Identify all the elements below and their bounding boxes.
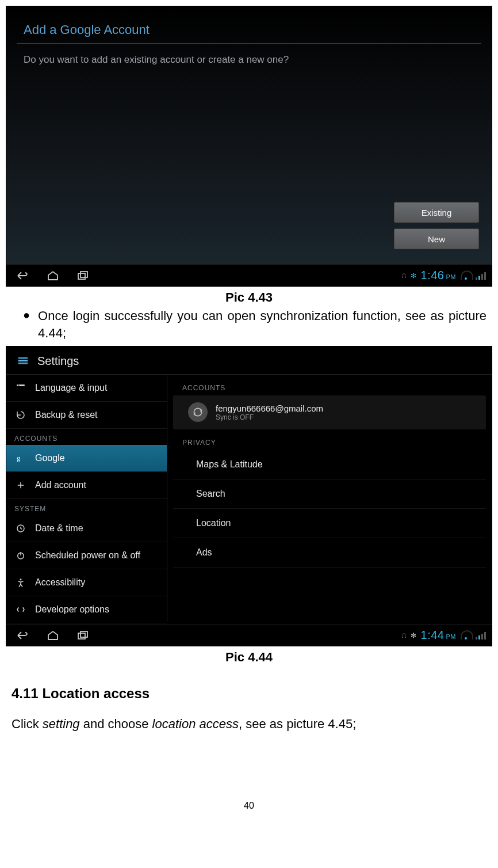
clock-time: 1:46 [421,269,445,282]
nav-back-icon[interactable] [16,270,30,281]
sidebar-item-accessibility[interactable]: Accessibility [6,569,167,596]
svg-rect-11 [78,633,85,639]
nav-recent-icon[interactable] [75,270,90,281]
svg-rect-2 [18,357,28,359]
svg-text:g: g [17,454,20,462]
account-row[interactable]: fengyun666666@gmail.com Sync is OFF [173,395,486,429]
sidebar-item-google[interactable]: g Google [6,445,167,472]
android-navbar: ⎍ ✻ 1:44 PM [6,624,492,646]
status-clock: 1:46 PM [421,269,456,282]
page-number: 40 [6,801,492,811]
sidebar-label: Accessibility [35,577,85,588]
svg-rect-3 [18,360,28,362]
wifi-icon [461,631,471,639]
sync-icon [188,402,208,422]
settings-icon [14,353,32,368]
sidebar-label: Backup & reset [35,410,98,420]
usb-icon: ⎍ [402,631,406,639]
screenshot-add-google-account: Add a Google Account Do you want to add … [6,6,492,287]
signal-icon [476,272,486,280]
section-heading: 4.11 Location access [12,686,486,702]
para-text: , see as picture 4.45; [239,717,356,731]
clock-time: 1:44 [421,629,445,642]
bullet-paragraph: ● Once login successfully you can open s… [23,307,486,341]
right-category-accounts: ACCOUNTS [167,375,492,395]
plus-icon [14,479,27,492]
google-icon: g [14,452,27,465]
para-italic: location access [152,717,239,731]
dialog-title: Add a Google Account [6,6,492,41]
sidebar-item-backup[interactable]: Backup & reset [6,402,167,429]
sidebar-category-system: SYSTEM [6,499,167,515]
account-email: fengyun666666@gmail.com [216,403,323,413]
settings-header: Settings [6,347,492,374]
status-clock: 1:44 PM [421,629,456,642]
wifi-icon [461,272,471,280]
para-italic: setting [43,717,80,731]
nav-recent-icon[interactable] [75,630,90,641]
clock-icon [14,522,27,535]
body-paragraph: Click setting and choose location access… [12,717,486,732]
caption-pic-4-44: Pic 4.44 [6,650,492,665]
account-sync-status: Sync is OFF [216,413,323,421]
nav-home-icon[interactable] [45,630,60,641]
svg-rect-12 [81,631,87,637]
dialog-prompt: Do you want to add an existing account o… [6,44,492,66]
sidebar-item-language[interactable]: A Language & input [6,375,167,402]
sidebar-item-add-account[interactable]: Add account [6,472,167,499]
clock-ampm: PM [446,633,457,640]
privacy-item-location[interactable]: Location [173,509,486,538]
sidebar-label: Add account [35,480,86,490]
svg-point-10 [20,579,22,581]
sidebar-label: Scheduled power on & off [35,550,140,561]
developer-icon [14,603,27,616]
usb-icon: ⎍ [402,272,406,280]
sidebar-item-datetime[interactable]: Date & time [6,515,167,542]
right-category-privacy: PRIVACY [167,429,492,450]
sidebar-item-scheduled-power[interactable]: Scheduled power on & off [6,542,167,569]
debug-icon: ✻ [411,631,416,639]
settings-title: Settings [37,355,79,368]
settings-left-panel: A Language & input Backup & reset ACCOUN… [6,375,167,622]
privacy-item-ads[interactable]: Ads [173,538,486,568]
caption-pic-4-43: Pic 4.43 [6,290,492,305]
screenshot-settings-google: Settings A Language & input Backup & res… [6,346,492,646]
sidebar-label: Date & time [35,523,83,534]
nav-home-icon[interactable] [45,270,60,281]
para-text: Click [12,717,43,731]
privacy-item-maps[interactable]: Maps & Latitude [173,450,486,479]
debug-icon: ✻ [411,272,416,280]
settings-right-panel: ACCOUNTS fengyun666666@gmail.com Sync is… [167,375,492,622]
svg-rect-4 [18,363,28,364]
power-icon [14,549,27,562]
backup-icon [14,409,27,421]
new-button[interactable]: New [394,229,479,249]
sidebar-label: Language & input [35,383,107,393]
svg-rect-0 [78,273,85,279]
sidebar-category-accounts: ACCOUNTS [6,429,167,445]
svg-rect-1 [81,272,87,277]
clock-ampm: PM [446,273,457,280]
bullet-icon: ● [23,307,30,341]
existing-button[interactable]: Existing [394,202,479,223]
privacy-item-search[interactable]: Search [173,479,486,509]
bullet-text: Once login successfully you can open syn… [38,307,486,341]
svg-text:A: A [18,384,20,387]
signal-icon [476,631,486,639]
sidebar-label: Developer options [35,604,109,615]
language-icon: A [14,382,27,394]
android-navbar: ⎍ ✻ 1:46 PM [6,264,492,286]
accessibility-icon [14,576,27,589]
sidebar-item-developer[interactable]: Developer options [6,596,167,623]
para-text: and choose [80,717,152,731]
sidebar-label: Google [35,453,65,463]
nav-back-icon[interactable] [16,630,30,641]
